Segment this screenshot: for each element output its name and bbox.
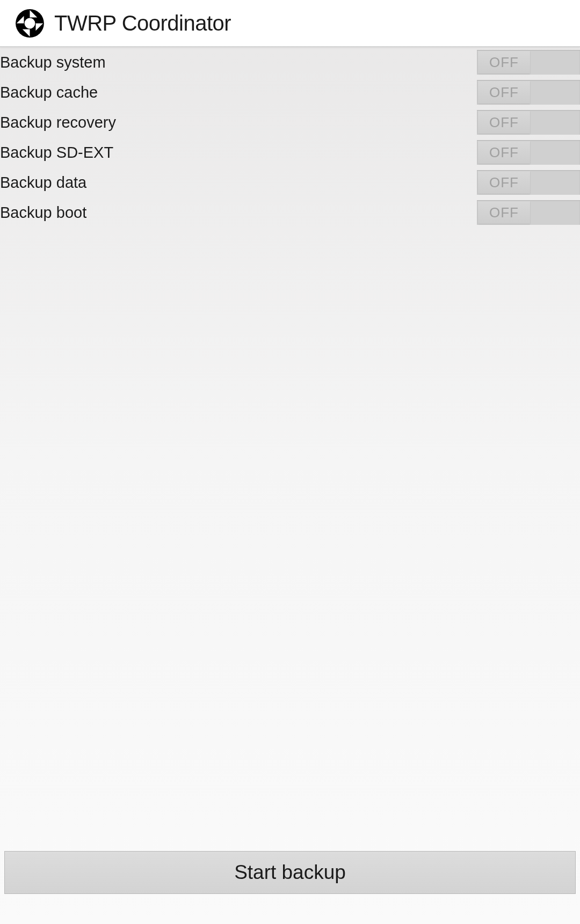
- toggle-thumb: OFF: [478, 81, 530, 104]
- option-label: Backup data: [0, 174, 86, 192]
- twrp-icon: [15, 9, 45, 38]
- option-label: Backup cache: [0, 84, 98, 101]
- toggle-backup-sdext[interactable]: OFF: [477, 140, 580, 165]
- option-backup-recovery: Backup recovery OFF: [0, 107, 580, 137]
- app-header: TWRP Coordinator: [0, 0, 580, 47]
- option-backup-data: Backup data OFF: [0, 167, 580, 197]
- option-backup-sdext: Backup SD-EXT OFF: [0, 137, 580, 167]
- toggle-state-label: OFF: [489, 144, 519, 161]
- toggle-state-label: OFF: [489, 84, 519, 101]
- option-backup-system: Backup system OFF: [0, 47, 580, 77]
- app-title: TWRP Coordinator: [54, 11, 231, 35]
- option-label: Backup boot: [0, 204, 86, 222]
- option-label: Backup SD-EXT: [0, 144, 113, 162]
- option-label: Backup system: [0, 54, 106, 71]
- toggle-state-label: OFF: [489, 54, 519, 71]
- toggle-state-label: OFF: [489, 114, 519, 131]
- options-list: Backup system OFF Backup cache OFF Backu…: [0, 47, 580, 228]
- toggle-backup-recovery[interactable]: OFF: [477, 110, 580, 135]
- toggle-state-label: OFF: [489, 174, 519, 191]
- option-backup-cache: Backup cache OFF: [0, 77, 580, 107]
- toggle-thumb: OFF: [478, 111, 530, 134]
- svg-point-1: [25, 18, 35, 28]
- toggle-backup-boot[interactable]: OFF: [477, 200, 580, 225]
- toggle-state-label: OFF: [489, 204, 519, 221]
- toggle-thumb: OFF: [478, 201, 530, 224]
- toggle-thumb: OFF: [478, 141, 530, 164]
- option-label: Backup recovery: [0, 114, 116, 131]
- toggle-backup-cache[interactable]: OFF: [477, 80, 580, 105]
- start-backup-button[interactable]: Start backup: [4, 851, 576, 894]
- option-backup-boot: Backup boot OFF: [0, 197, 580, 228]
- footer-area: Start backup: [0, 846, 580, 924]
- toggle-thumb: OFF: [478, 171, 530, 194]
- toggle-backup-system[interactable]: OFF: [477, 50, 580, 75]
- content-area: Backup system OFF Backup cache OFF Backu…: [0, 47, 580, 846]
- toggle-thumb: OFF: [478, 51, 530, 74]
- toggle-backup-data[interactable]: OFF: [477, 170, 580, 195]
